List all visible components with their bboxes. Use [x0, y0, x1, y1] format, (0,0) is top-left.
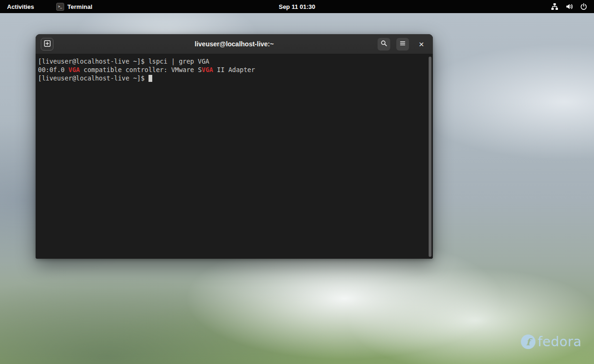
volume-icon[interactable]	[565, 3, 573, 10]
menu-button[interactable]	[396, 38, 409, 51]
top-bar: Activities >_ Terminal Sep 11 01:30	[0, 0, 594, 13]
fedora-logo-icon: f	[521, 335, 535, 349]
output-text: 00:0f.0	[38, 66, 68, 73]
system-status-area[interactable]	[544, 0, 594, 13]
grep-match: VGA	[202, 66, 213, 73]
output-text: compatible controller: VMware S	[80, 66, 201, 73]
headerbar-actions: ×	[378, 38, 428, 51]
fedora-wordmark: fedora	[538, 334, 582, 349]
power-icon[interactable]	[580, 3, 587, 10]
clock[interactable]: Sep 11 01:30	[279, 0, 315, 13]
focused-app-indicator[interactable]: >_ Terminal	[51, 0, 98, 13]
close-button[interactable]: ×	[415, 38, 428, 51]
fedora-logo-letter: f	[526, 336, 530, 348]
focused-app-label: Terminal	[67, 3, 92, 10]
terminal-prompt-line: [liveuser@localhost-live ~]$	[38, 74, 433, 82]
grep-match: VGA	[68, 66, 80, 73]
new-tab-icon	[44, 40, 51, 49]
activities-button[interactable]: Activities	[0, 0, 41, 13]
fedora-watermark: f fedora	[521, 334, 582, 349]
terminal-headerbar[interactable]: liveuser@localhost-live:~	[36, 34, 433, 54]
terminal-line-command: [liveuser@localhost-live ~]$ lspci | gre…	[38, 57, 433, 66]
hamburger-menu-icon	[399, 40, 406, 48]
prompt-text: [liveuser@localhost-live ~]$	[38, 74, 148, 82]
window-title: liveuser@localhost-live:~	[195, 40, 274, 48]
terminal-window: liveuser@localhost-live:~	[36, 34, 433, 259]
desktop: Activities >_ Terminal Sep 11 01:30	[0, 0, 594, 364]
terminal-scrollbar[interactable]	[428, 57, 432, 257]
terminal-line-output: 00:0f.0 VGA compatible controller: VMwar…	[38, 66, 433, 74]
prompt-text: [liveuser@localhost-live ~]$	[38, 58, 145, 65]
top-bar-left: Activities >_ Terminal	[0, 0, 98, 13]
terminal-cursor	[148, 75, 152, 82]
scrollbar-thumb[interactable]	[429, 57, 431, 257]
search-button[interactable]	[378, 38, 390, 51]
new-tab-button[interactable]	[41, 38, 53, 51]
terminal-body[interactable]: [liveuser@localhost-live ~]$ lspci | gre…	[36, 54, 433, 259]
network-wired-icon[interactable]	[551, 3, 558, 10]
terminal-app-icon: >_	[56, 3, 64, 11]
search-icon	[380, 40, 387, 48]
close-icon: ×	[419, 40, 424, 49]
output-text: II Adapter	[213, 66, 255, 73]
command-text: lspci | grep VGA	[145, 58, 209, 65]
